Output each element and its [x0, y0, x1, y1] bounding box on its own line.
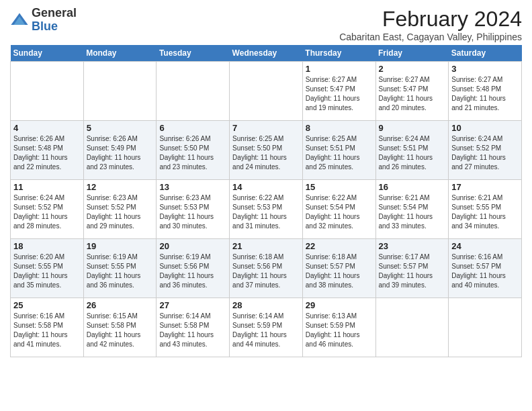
day-number: 14	[232, 182, 300, 192]
calendar-cell: 10Sunrise: 6:24 AMSunset: 5:52 PMDayligh…	[449, 121, 522, 180]
day-info: Sunrise: 6:14 AMSunset: 5:58 PMDaylight:…	[159, 312, 226, 349]
day-number: 29	[306, 300, 373, 310]
day-number: 26	[87, 300, 154, 310]
day-number: 11	[13, 182, 81, 192]
calendar-cell: 15Sunrise: 6:22 AMSunset: 5:54 PMDayligh…	[302, 180, 375, 239]
calendar-cell: 7Sunrise: 6:25 AMSunset: 5:50 PMDaylight…	[230, 121, 303, 180]
day-info: Sunrise: 6:27 AMSunset: 5:47 PMDaylight:…	[306, 75, 373, 113]
day-info: Sunrise: 6:18 AMSunset: 5:56 PMDaylight:…	[232, 253, 300, 290]
day-info: Sunrise: 6:19 AMSunset: 5:55 PMDaylight:…	[87, 253, 154, 290]
calendar-cell	[375, 298, 449, 357]
day-number: 7	[232, 123, 300, 133]
page: General Blue February 2024 Cabaritan Eas…	[0, 0, 532, 364]
calendar-cell: 12Sunrise: 6:23 AMSunset: 5:52 PMDayligh…	[83, 180, 157, 239]
day-number: 23	[379, 241, 446, 251]
day-number: 8	[306, 123, 373, 133]
day-number: 13	[159, 182, 226, 192]
calendar-cell: 20Sunrise: 6:19 AMSunset: 5:56 PMDayligh…	[157, 239, 230, 298]
col-header-sunday: Sunday	[11, 45, 84, 62]
calendar-cell: 28Sunrise: 6:14 AMSunset: 5:59 PMDayligh…	[230, 298, 303, 357]
day-number: 10	[451, 123, 519, 133]
week-row-5: 25Sunrise: 6:16 AMSunset: 5:58 PMDayligh…	[11, 298, 522, 357]
calendar-cell: 24Sunrise: 6:16 AMSunset: 5:57 PMDayligh…	[449, 239, 522, 298]
day-number: 6	[159, 123, 226, 133]
day-number: 2	[379, 64, 446, 74]
logo-general: General	[32, 6, 77, 19]
calendar-cell: 17Sunrise: 6:21 AMSunset: 5:55 PMDayligh…	[449, 180, 522, 239]
day-number: 25	[13, 300, 81, 310]
calendar-cell: 1Sunrise: 6:27 AMSunset: 5:47 PMDaylight…	[302, 62, 375, 121]
day-info: Sunrise: 6:16 AMSunset: 5:57 PMDaylight:…	[451, 253, 519, 290]
col-header-thursday: Thursday	[302, 45, 375, 62]
day-number: 16	[379, 182, 446, 192]
calendar-cell: 14Sunrise: 6:22 AMSunset: 5:53 PMDayligh…	[230, 180, 303, 239]
day-number: 19	[87, 241, 154, 251]
location-subtitle: Cabaritan East, Cagayan Valley, Philippi…	[339, 32, 522, 42]
day-info: Sunrise: 6:27 AMSunset: 5:47 PMDaylight:…	[379, 75, 446, 113]
calendar-cell	[157, 62, 230, 121]
day-number: 28	[232, 300, 300, 310]
day-number: 15	[306, 182, 373, 192]
col-header-wednesday: Wednesday	[230, 45, 303, 62]
calendar-cell: 3Sunrise: 6:27 AMSunset: 5:48 PMDaylight…	[449, 62, 522, 121]
day-info: Sunrise: 6:21 AMSunset: 5:55 PMDaylight:…	[451, 193, 519, 231]
week-row-4: 18Sunrise: 6:20 AMSunset: 5:55 PMDayligh…	[11, 239, 522, 298]
calendar-cell: 9Sunrise: 6:24 AMSunset: 5:51 PMDaylight…	[375, 121, 449, 180]
day-number: 4	[13, 123, 81, 133]
day-number: 12	[87, 182, 154, 192]
calendar-cell: 26Sunrise: 6:15 AMSunset: 5:58 PMDayligh…	[83, 298, 157, 357]
day-info: Sunrise: 6:23 AMSunset: 5:53 PMDaylight:…	[159, 193, 226, 231]
day-info: Sunrise: 6:20 AMSunset: 5:55 PMDaylight:…	[13, 253, 81, 290]
day-info: Sunrise: 6:13 AMSunset: 5:59 PMDaylight:…	[306, 312, 373, 349]
day-info: Sunrise: 6:16 AMSunset: 5:58 PMDaylight:…	[13, 312, 81, 349]
col-header-tuesday: Tuesday	[157, 45, 230, 62]
week-row-3: 11Sunrise: 6:24 AMSunset: 5:52 PMDayligh…	[11, 180, 522, 239]
calendar-cell	[83, 62, 157, 121]
calendar-cell: 27Sunrise: 6:14 AMSunset: 5:58 PMDayligh…	[157, 298, 230, 357]
calendar-cell: 23Sunrise: 6:17 AMSunset: 5:57 PMDayligh…	[375, 239, 449, 298]
day-number: 17	[451, 182, 519, 192]
day-info: Sunrise: 6:22 AMSunset: 5:53 PMDaylight:…	[232, 193, 300, 231]
col-header-monday: Monday	[83, 45, 157, 62]
calendar-cell: 11Sunrise: 6:24 AMSunset: 5:52 PMDayligh…	[11, 180, 84, 239]
calendar-cell: 4Sunrise: 6:26 AMSunset: 5:48 PMDaylight…	[11, 121, 84, 180]
day-info: Sunrise: 6:15 AMSunset: 5:58 PMDaylight:…	[87, 312, 154, 349]
calendar-cell: 18Sunrise: 6:20 AMSunset: 5:55 PMDayligh…	[11, 239, 84, 298]
month-title: February 2024	[339, 7, 522, 32]
day-number: 20	[159, 241, 226, 251]
logo: General Blue	[10, 7, 77, 34]
day-info: Sunrise: 6:26 AMSunset: 5:49 PMDaylight:…	[87, 134, 154, 172]
week-row-2: 4Sunrise: 6:26 AMSunset: 5:48 PMDaylight…	[11, 121, 522, 180]
day-info: Sunrise: 6:25 AMSunset: 5:51 PMDaylight:…	[306, 134, 373, 172]
calendar-cell: 5Sunrise: 6:26 AMSunset: 5:49 PMDaylight…	[83, 121, 157, 180]
header: General Blue February 2024 Cabaritan Eas…	[10, 7, 522, 42]
day-info: Sunrise: 6:22 AMSunset: 5:54 PMDaylight:…	[306, 193, 373, 231]
col-header-friday: Friday	[375, 45, 449, 62]
day-number: 24	[451, 241, 519, 251]
day-number: 3	[451, 64, 519, 74]
logo-text: General Blue	[32, 7, 77, 34]
day-number: 21	[232, 241, 300, 251]
day-info: Sunrise: 6:24 AMSunset: 5:52 PMDaylight:…	[451, 134, 519, 172]
calendar-cell: 22Sunrise: 6:18 AMSunset: 5:57 PMDayligh…	[302, 239, 375, 298]
day-number: 22	[306, 241, 373, 251]
day-number: 5	[87, 123, 154, 133]
calendar-cell: 6Sunrise: 6:26 AMSunset: 5:50 PMDaylight…	[157, 121, 230, 180]
calendar-cell	[230, 62, 303, 121]
day-number: 9	[379, 123, 446, 133]
calendar-cell: 8Sunrise: 6:25 AMSunset: 5:51 PMDaylight…	[302, 121, 375, 180]
calendar-cell: 25Sunrise: 6:16 AMSunset: 5:58 PMDayligh…	[11, 298, 84, 357]
day-info: Sunrise: 6:17 AMSunset: 5:57 PMDaylight:…	[379, 253, 446, 290]
calendar-cell: 13Sunrise: 6:23 AMSunset: 5:53 PMDayligh…	[157, 180, 230, 239]
day-info: Sunrise: 6:18 AMSunset: 5:57 PMDaylight:…	[306, 253, 373, 290]
day-number: 18	[13, 241, 81, 251]
day-info: Sunrise: 6:24 AMSunset: 5:51 PMDaylight:…	[379, 134, 446, 172]
calendar-cell	[11, 62, 84, 121]
day-number: 27	[159, 300, 226, 310]
day-info: Sunrise: 6:26 AMSunset: 5:50 PMDaylight:…	[159, 134, 226, 172]
title-section: February 2024 Cabaritan East, Cagayan Va…	[339, 7, 522, 42]
calendar-cell: 21Sunrise: 6:18 AMSunset: 5:56 PMDayligh…	[230, 239, 303, 298]
calendar-cell: 19Sunrise: 6:19 AMSunset: 5:55 PMDayligh…	[83, 239, 157, 298]
day-number: 1	[306, 64, 373, 74]
calendar-cell	[449, 298, 522, 357]
